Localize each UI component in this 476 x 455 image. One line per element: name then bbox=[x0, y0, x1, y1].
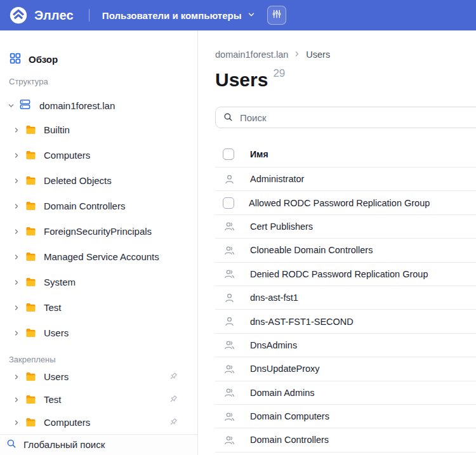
group-icon bbox=[223, 386, 235, 399]
folder-icon bbox=[25, 176, 36, 186]
tree-item[interactable]: Domain Controllers bbox=[0, 194, 197, 219]
folder-icon bbox=[25, 277, 36, 287]
chevron-right-icon[interactable] bbox=[12, 126, 21, 135]
row-name: Domain Controllers bbox=[250, 435, 329, 445]
folder-icon bbox=[25, 303, 36, 313]
table-row[interactable]: Domain Computers bbox=[215, 405, 476, 428]
chevron-right-icon[interactable] bbox=[12, 303, 21, 312]
group-icon bbox=[223, 220, 235, 233]
chevron-right-icon[interactable] bbox=[12, 418, 21, 427]
pinned-section-label: Закреплены bbox=[9, 355, 197, 364]
row-checkbox[interactable] bbox=[223, 197, 234, 209]
row-name: dns-AST-FST1-SECOND bbox=[250, 317, 354, 327]
chevron-right-icon[interactable] bbox=[12, 151, 21, 160]
item-count-badge: 29 bbox=[273, 67, 285, 80]
tree-item[interactable]: Deleted Objects bbox=[0, 168, 197, 194]
group-icon bbox=[223, 362, 235, 375]
sidebar-item-overview[interactable]: Обзор bbox=[9, 52, 197, 67]
row-name: Allowed RODC Password Replication Group bbox=[249, 198, 430, 208]
table-row[interactable]: DnsAdmins bbox=[215, 334, 476, 357]
chevron-right-icon[interactable] bbox=[12, 227, 21, 236]
page-title: Users bbox=[215, 69, 268, 91]
folder-icon bbox=[25, 395, 36, 405]
folder-icon bbox=[25, 328, 36, 338]
sidebar: Обзор Структура domain1forest.lan bbox=[0, 30, 198, 455]
folder-icon bbox=[25, 227, 36, 237]
tree-item[interactable]: Users bbox=[0, 320, 197, 346]
user-icon bbox=[223, 173, 235, 185]
chevron-right-icon[interactable] bbox=[12, 176, 21, 185]
tree-item[interactable]: Managed Service Accounts bbox=[0, 244, 197, 270]
tree-item[interactable]: Test bbox=[0, 295, 197, 320]
chevron-right-icon[interactable] bbox=[12, 202, 21, 211]
chevron-right-icon[interactable] bbox=[12, 253, 21, 261]
row-name: DnsAdmins bbox=[250, 340, 297, 350]
pin-icon[interactable] bbox=[168, 417, 178, 428]
pinned-item[interactable]: Users bbox=[0, 366, 197, 388]
app-logo-icon bbox=[9, 6, 28, 25]
grid-icon bbox=[9, 52, 22, 67]
chevron-down-icon bbox=[247, 10, 256, 21]
sliders-icon bbox=[272, 9, 282, 22]
chevron-right-icon bbox=[293, 49, 301, 60]
table-row[interactable]: Domain Controllers bbox=[215, 428, 476, 452]
table-row[interactable]: dns-AST-FST1-SECOND bbox=[215, 310, 476, 333]
row-name: Administrator bbox=[250, 174, 304, 184]
pinned-item[interactable]: Computers bbox=[0, 411, 197, 434]
table-row[interactable]: Administrator bbox=[215, 168, 476, 191]
table-row[interactable]: Cloneable Domain Controllers bbox=[215, 239, 476, 262]
tree-item-label: Computers bbox=[44, 150, 90, 161]
pin-icon[interactable] bbox=[168, 394, 178, 405]
chevron-right-icon[interactable] bbox=[12, 373, 21, 381]
sliders-settings-button[interactable] bbox=[267, 6, 286, 25]
tree-item[interactable]: System bbox=[0, 270, 197, 295]
table-row[interactable]: Denied RODC Password Replication Group bbox=[215, 263, 476, 286]
breadcrumb-parent[interactable]: domain1forest.lan bbox=[215, 49, 288, 60]
tree-item-label: Managed Service Accounts bbox=[44, 251, 159, 262]
chevron-right-icon[interactable] bbox=[12, 329, 21, 338]
table-row[interactable]: Domain Admins bbox=[215, 381, 476, 405]
folder-icon bbox=[25, 418, 36, 428]
global-search-label: Глобальный поиск bbox=[23, 439, 105, 450]
group-icon bbox=[223, 339, 235, 352]
table-row[interactable]: Cert Publishers bbox=[215, 215, 476, 239]
group-icon bbox=[223, 244, 235, 256]
user-icon bbox=[223, 291, 235, 304]
folder-icon bbox=[25, 201, 36, 211]
group-icon bbox=[223, 410, 235, 423]
topbar-divider bbox=[89, 9, 89, 22]
tree-root-label: domain1forest.lan bbox=[39, 100, 115, 111]
row-name: DnsUpdateProxy bbox=[250, 364, 320, 374]
pinned-item[interactable]: Test bbox=[0, 388, 197, 411]
search-icon bbox=[223, 112, 234, 125]
tree-item[interactable]: ForeignSecurityPrincipals bbox=[0, 219, 197, 244]
pinned-item-label: Computers bbox=[44, 417, 90, 428]
row-name: Domain Computers bbox=[250, 411, 329, 421]
breadcrumb: domain1forest.lan Users bbox=[215, 49, 476, 60]
chevron-right-icon[interactable] bbox=[12, 278, 21, 287]
table-body: Administrator Allowed RODC Password Repl… bbox=[215, 168, 476, 452]
tree-item[interactable]: Builtin bbox=[0, 117, 197, 143]
pinned-list: Users bbox=[0, 366, 197, 434]
select-all-checkbox[interactable] bbox=[223, 148, 234, 160]
tree-item-label: Users bbox=[44, 327, 69, 338]
row-name: Cloneable Domain Controllers bbox=[250, 245, 373, 255]
pinned-item-label: Test bbox=[44, 394, 62, 405]
module-switcher[interactable]: Пользователи и компьютеры bbox=[102, 10, 256, 21]
chevron-down-icon[interactable] bbox=[6, 101, 15, 110]
row-name: Domain Admins bbox=[250, 388, 315, 398]
search-icon bbox=[6, 438, 17, 451]
folder-icon bbox=[25, 150, 36, 161]
tree-item[interactable]: Computers bbox=[0, 143, 197, 168]
search-input[interactable] bbox=[215, 107, 476, 128]
tree-item-label: ForeignSecurityPrincipals bbox=[44, 226, 152, 237]
chevron-right-icon[interactable] bbox=[12, 395, 21, 404]
pin-icon[interactable] bbox=[168, 371, 178, 382]
group-icon bbox=[223, 268, 235, 280]
table-row[interactable]: DnsUpdateProxy bbox=[215, 357, 476, 381]
row-name: dns-ast-fst1 bbox=[250, 293, 298, 303]
table-row[interactable]: Allowed RODC Password Replication Group bbox=[215, 191, 476, 214]
table-row[interactable]: dns-ast-fst1 bbox=[215, 286, 476, 310]
tree-root-domain[interactable]: domain1forest.lan bbox=[6, 98, 197, 114]
global-search-button[interactable]: Глобальный поиск bbox=[0, 434, 197, 455]
